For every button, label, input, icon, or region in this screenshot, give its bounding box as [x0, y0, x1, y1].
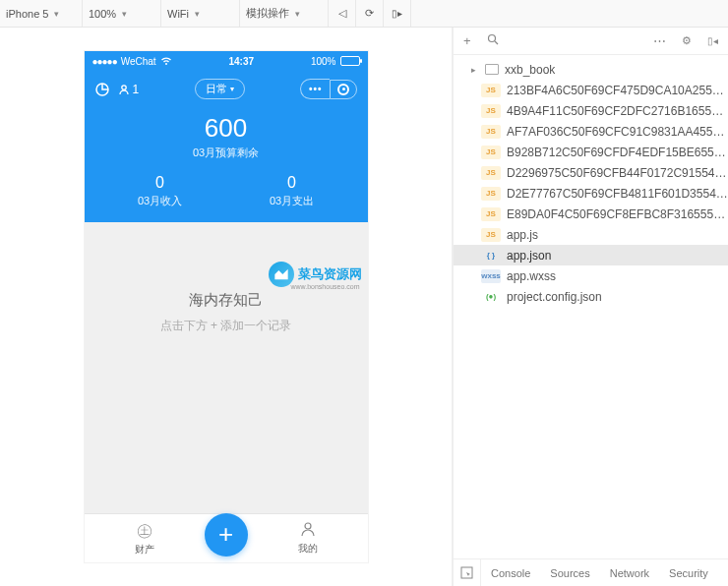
tree-file[interactable]: JSD2E77767C50F69CFB4811F601D355464.js — [454, 183, 728, 204]
search-icon — [487, 33, 499, 45]
more-button[interactable]: ••• — [300, 79, 331, 99]
device-select[interactable]: iPhone 5 ▾ — [0, 0, 83, 27]
more-options-button[interactable]: ⋯ — [649, 33, 670, 48]
tab-profile[interactable]: 我的 — [248, 521, 368, 556]
battery-icon — [340, 56, 360, 66]
mute-button[interactable]: ◁ — [329, 0, 356, 27]
main-area: ●●●●● WeChat 14:37 100% 1 — [0, 28, 728, 586]
file-name: B928B712C50F69CFDF4EDF15BE65546... — [507, 146, 728, 159]
file-name: app.wxss — [507, 269, 556, 283]
user-icon-group[interactable]: 1 — [118, 83, 140, 96]
file-name: E89DA0F4C50F69CF8EFBC8F31655546... — [507, 207, 728, 221]
tree-file[interactable]: JSD2296975C50F69CFB44F0172C9155464.js — [454, 162, 728, 183]
right-panel: + ⋯ ⚙ ▯◂ ▸ xxb_book JS213BF4A6C50F69CF47… — [453, 28, 728, 586]
zoom-select[interactable]: 100% ▾ — [83, 0, 161, 27]
user-count: 1 — [133, 83, 140, 96]
file-type-badge: { } — [481, 249, 501, 263]
watermark-url: www.bonshouseo.com — [290, 283, 359, 290]
app-tabbar: ㊏ 财产 + 我的 — [85, 513, 368, 562]
dock-button[interactable]: ▯▸ — [384, 0, 411, 27]
expand-icon: ▸ — [463, 65, 483, 75]
file-type-badge: JS — [481, 104, 501, 118]
person-icon — [118, 84, 130, 95]
file-name: app.js — [507, 228, 538, 242]
tab-security[interactable]: Security — [659, 567, 718, 579]
header-right-capsule: ••• — [300, 79, 358, 99]
network-select[interactable]: WiFi ▾ — [161, 0, 240, 27]
header-left: 1 — [94, 82, 140, 97]
income-value: 0 — [94, 174, 226, 192]
tree-file[interactable]: wxssapp.wxss — [454, 265, 728, 286]
chevron-down-icon: ▾ — [295, 9, 300, 19]
expense-stat[interactable]: 0 03月支出 — [226, 174, 358, 208]
tree-root-folder[interactable]: ▸ xxb_book — [454, 59, 728, 80]
tree-file[interactable]: JSB928B712C50F69CFDF4EDF15BE65546... — [454, 142, 728, 162]
chevron-down-icon: ▾ — [230, 85, 234, 93]
settings-button[interactable]: ⚙ — [678, 34, 696, 47]
top-toolbar: iPhone 5 ▾ 100% ▾ WiFi ▾ 模拟操作 ▾ ◁ ⟳ ▯▸ — [0, 0, 728, 28]
add-record-button[interactable]: + — [205, 513, 248, 557]
file-name: 213BF4A6C50F69CF475D9CA10A255464.js — [507, 84, 728, 97]
search-button[interactable] — [483, 33, 503, 48]
expense-label: 03月支出 — [226, 194, 358, 208]
tree-file[interactable]: (●)project.config.json — [454, 286, 728, 307]
inspect-button[interactable] — [454, 559, 481, 586]
sim-action-label: 模拟操作 — [246, 6, 289, 21]
device-label: iPhone 5 — [6, 8, 48, 20]
tab-console[interactable]: Console — [481, 567, 540, 579]
app-body: 菜鸟资源网 www.bonshouseo.com 海内存知己 点击下方 + 添加… — [85, 222, 368, 513]
carrier-label: WeChat — [121, 56, 156, 67]
battery-label: 100% — [311, 56, 336, 67]
add-file-button[interactable]: + — [459, 33, 475, 48]
tab-network[interactable]: Network — [600, 567, 659, 579]
collapse-button[interactable]: ▯◂ — [703, 35, 722, 46]
close-button[interactable] — [330, 80, 357, 99]
svg-line-4 — [495, 41, 498, 44]
income-stat[interactable]: 0 03月收入 — [94, 174, 226, 208]
wifi-icon — [160, 56, 172, 66]
tree-file[interactable]: JSapp.js — [454, 224, 728, 245]
tab-assets[interactable]: ㊏ 财产 — [85, 521, 205, 557]
tree-file[interactable]: JS4B9A4F11C50F69CF2DFC2716B1655464.js — [454, 100, 728, 121]
phone-status-bar: ●●●●● WeChat 14:37 100% — [85, 51, 368, 71]
pie-icon[interactable] — [94, 82, 110, 97]
zoom-label: 100% — [89, 8, 116, 20]
budget-label: 03月预算剩余 — [94, 146, 358, 160]
chevron-down-icon: ▾ — [54, 9, 59, 19]
file-name: app.json — [507, 249, 551, 263]
chevron-down-icon: ▾ — [195, 9, 200, 19]
file-name: project.config.json — [507, 290, 602, 304]
inspect-icon — [460, 566, 473, 579]
emulator-panel: ●●●●● WeChat 14:37 100% 1 — [0, 28, 453, 586]
chevron-down-icon: ▾ — [122, 9, 127, 19]
watermark: 菜鸟资源网 www.bonshouseo.com — [269, 262, 362, 287]
file-type-badge: JS — [481, 146, 501, 159]
signal-icon: ●●●●● — [92, 56, 117, 67]
network-label: WiFi — [167, 8, 189, 20]
category-pill[interactable]: 日常 ▾ — [195, 79, 245, 99]
file-type-badge: JS — [481, 125, 501, 139]
status-time: 14:37 — [172, 56, 311, 67]
rotate-button[interactable]: ⟳ — [356, 0, 384, 27]
file-panel-toolbar: + ⋯ ⚙ ▯◂ — [454, 28, 728, 55]
sim-action-select[interactable]: 模拟操作 ▾ — [240, 0, 329, 27]
budget-display: 600 03月预算剩余 — [94, 113, 358, 160]
file-type-badge: JS — [481, 228, 501, 242]
file-name: 4B9A4F11C50F69CF2DFC2716B1655464.js — [507, 104, 728, 118]
status-left: ●●●●● WeChat — [92, 56, 172, 67]
svg-point-3 — [488, 35, 495, 42]
watermark-text: 菜鸟资源网 — [298, 266, 362, 281]
tab-profile-label: 我的 — [298, 543, 318, 554]
empty-subtitle: 点击下方 + 添加一个记录 — [160, 318, 292, 334]
budget-value: 600 — [94, 113, 358, 144]
file-type-badge: (●) — [481, 290, 501, 304]
folder-icon — [485, 64, 499, 75]
tree-file[interactable]: JSE89DA0F4C50F69CF8EFBC8F31655546... — [454, 204, 728, 224]
tree-file[interactable]: JS213BF4A6C50F69CF475D9CA10A255464.js — [454, 80, 728, 100]
tree-file[interactable]: JSAF7AF036C50F69CFC91C9831AA45546... — [454, 121, 728, 142]
plus-icon: + — [218, 519, 233, 550]
empty-title: 海内存知己 — [189, 291, 263, 310]
tab-sources[interactable]: Sources — [540, 567, 599, 579]
expense-value: 0 — [226, 174, 358, 192]
tree-file[interactable]: { }app.json — [454, 245, 728, 265]
